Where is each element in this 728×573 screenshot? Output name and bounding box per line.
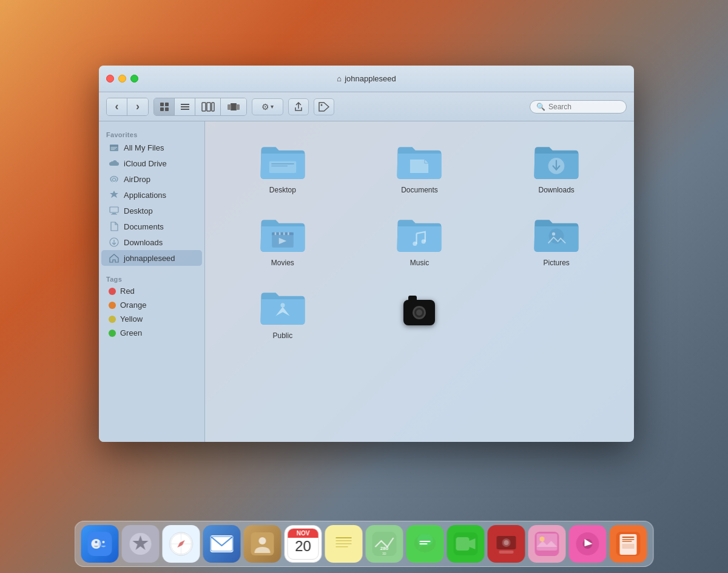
search-box[interactable]: 🔍 xyxy=(530,100,627,114)
sidebar-item-downloads[interactable]: Downloads xyxy=(101,234,202,250)
home-folder-icon xyxy=(109,253,120,263)
svg-rect-31 xyxy=(279,232,281,235)
column-view-button[interactable] xyxy=(195,98,221,115)
svg-point-73 xyxy=(540,537,545,541)
close-button[interactable] xyxy=(106,75,114,83)
sidebar-item-tag-green[interactable]: Green xyxy=(101,326,202,340)
coverflow-view-button[interactable] xyxy=(221,98,246,115)
sidebar-item-applications[interactable]: Applications xyxy=(101,187,202,203)
icon-view-button[interactable] xyxy=(154,98,175,115)
share-button[interactable] xyxy=(288,98,309,115)
svg-rect-7 xyxy=(202,103,206,111)
sidebar-item-desktop[interactable]: Desktop xyxy=(101,203,202,219)
dock-item-iphoto[interactable] xyxy=(528,525,566,563)
svg-rect-16 xyxy=(111,147,117,147)
file-label: Documents xyxy=(401,186,438,194)
svg-rect-25 xyxy=(271,163,294,164)
documents-folder-icon xyxy=(395,140,443,182)
file-label: Movies xyxy=(271,259,294,267)
sidebar-item-tag-yellow[interactable]: Yellow xyxy=(101,312,202,326)
svg-rect-4 xyxy=(181,104,189,105)
sidebar-item-label: Green xyxy=(120,328,142,337)
arrange-button[interactable]: ⚙ ▾ xyxy=(252,98,283,115)
svg-rect-80 xyxy=(622,541,632,542)
sidebar-item-label: Downloads xyxy=(124,238,163,247)
sidebar-item-tag-red[interactable]: Red xyxy=(101,284,202,298)
file-item-public[interactable]: Public xyxy=(217,279,348,346)
sidebar-item-icloud-drive[interactable]: iCloud Drive xyxy=(101,155,202,171)
svg-rect-57 xyxy=(336,546,348,548)
sidebar-item-johnappleseed[interactable]: johnappleseed xyxy=(101,250,202,266)
desktop-icon xyxy=(109,205,120,216)
finder-icon xyxy=(88,532,112,556)
icloud-drive-icon xyxy=(109,158,120,169)
svg-point-43 xyxy=(103,541,105,543)
maps-icon: 280 3D xyxy=(372,532,397,556)
list-view-button[interactable] xyxy=(175,98,195,115)
tags-section: Tags Red Orange Yellow Green xyxy=(99,272,204,340)
sidebar-item-documents[interactable]: Documents xyxy=(101,219,202,234)
green-tag-dot xyxy=(109,330,116,337)
file-item-downloads[interactable]: Downloads xyxy=(491,134,622,200)
maximize-button[interactable] xyxy=(130,75,138,83)
dock-item-mail[interactable] xyxy=(203,525,241,563)
svg-point-36 xyxy=(549,229,564,244)
calendar-day: 20 xyxy=(295,538,311,555)
svg-rect-0 xyxy=(160,103,164,106)
svg-rect-56 xyxy=(336,543,352,544)
file-item-movies[interactable]: Movies xyxy=(217,206,348,273)
sidebar-item-label: Applications xyxy=(124,191,166,200)
orange-tag-dot xyxy=(109,302,116,309)
svg-point-52 xyxy=(259,537,266,544)
sidebar-item-tag-orange[interactable]: Orange xyxy=(101,298,202,312)
search-icon: 🔍 xyxy=(536,103,545,111)
sidebar-item-label: All My Files xyxy=(124,143,164,152)
search-input[interactable] xyxy=(548,103,621,111)
svg-rect-10 xyxy=(231,103,237,110)
dock-item-facetime[interactable] xyxy=(447,525,485,563)
forward-button[interactable] xyxy=(127,98,148,115)
dock-item-finder[interactable] xyxy=(81,525,119,563)
file-item-documents[interactable]: Documents xyxy=(354,134,485,200)
dock-item-launchpad[interactable] xyxy=(122,525,160,563)
yellow-tag-dot xyxy=(109,316,116,323)
favorites-header: Favorites xyxy=(99,127,204,140)
svg-rect-70 xyxy=(499,551,514,554)
dock-item-pages[interactable] xyxy=(610,525,647,563)
file-label: Music xyxy=(410,259,429,267)
finder-window: ⌂ johnappleseed xyxy=(99,66,634,442)
pictures-folder-icon xyxy=(532,212,581,255)
file-item-desktop[interactable]: Desktop xyxy=(217,134,348,200)
sidebar-item-all-my-files[interactable]: All My Files xyxy=(101,140,202,155)
svg-rect-21 xyxy=(112,213,116,214)
dock-item-contacts[interactable] xyxy=(244,525,281,563)
public-folder-icon xyxy=(258,285,307,328)
notes-icon xyxy=(332,532,356,555)
svg-rect-62 xyxy=(420,541,431,542)
dock-item-maps[interactable]: 280 3D xyxy=(366,525,403,563)
tag-button[interactable] xyxy=(314,98,334,115)
svg-rect-72 xyxy=(537,534,558,551)
back-button[interactable] xyxy=(107,98,127,115)
dock-item-safari[interactable] xyxy=(163,525,200,563)
nav-buttons xyxy=(106,98,149,116)
file-item-music[interactable]: Music xyxy=(354,206,485,273)
svg-rect-20 xyxy=(110,207,118,212)
svg-point-35 xyxy=(422,239,426,243)
svg-point-19 xyxy=(113,178,116,181)
svg-rect-22 xyxy=(111,214,117,215)
sidebar-item-airdrop[interactable]: AirDrop xyxy=(101,171,202,187)
svg-rect-79 xyxy=(622,539,635,540)
dock-item-calendar[interactable]: NOV 20 xyxy=(285,525,322,563)
forward-icon xyxy=(136,100,140,113)
sidebar-item-label: AirDrop xyxy=(124,175,150,184)
dock-item-itunes[interactable] xyxy=(569,525,607,563)
share-icon xyxy=(294,102,303,112)
dock-item-photo-booth[interactable] xyxy=(488,525,525,563)
gear-icon: ⚙ xyxy=(261,102,269,112)
screenshot-camera-area xyxy=(354,279,485,346)
minimize-button[interactable] xyxy=(118,75,126,83)
file-item-pictures[interactable]: Pictures xyxy=(491,206,622,273)
dock-item-messages[interactable] xyxy=(406,525,444,563)
dock-item-notes[interactable] xyxy=(325,525,363,563)
